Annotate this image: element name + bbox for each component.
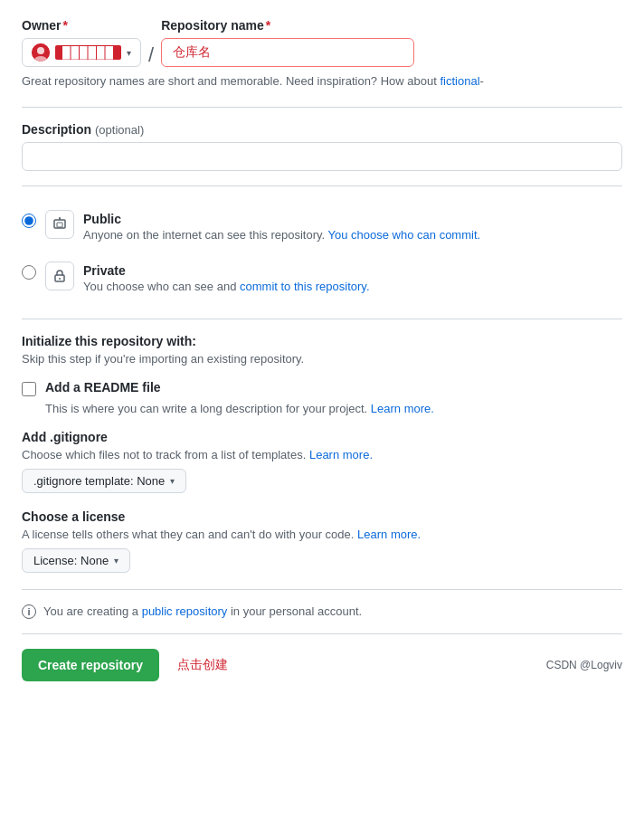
gitignore-desc: Choose which files not to track from a l… bbox=[22, 448, 622, 461]
footer-section: Create repository 点击创建 CSDN @Logviv bbox=[22, 633, 622, 681]
description-input[interactable] bbox=[22, 142, 622, 171]
license-dropdown[interactable]: License: None ▾ bbox=[22, 548, 130, 573]
private-desc: You choose who can see and commit to thi… bbox=[83, 280, 370, 293]
license-chevron-icon: ▾ bbox=[114, 556, 118, 566]
initialize-subtitle: Skip this step if you're importing an ex… bbox=[22, 352, 622, 366]
readme-learn-more-link[interactable]: Learn more. bbox=[371, 402, 434, 415]
public-text-block: Public Anyone on the internet can see th… bbox=[83, 212, 480, 242]
readme-checkbox[interactable] bbox=[22, 382, 36, 396]
info-icon: i bbox=[22, 604, 36, 619]
divider-2 bbox=[22, 185, 622, 186]
svg-point-6 bbox=[59, 217, 61, 219]
public-commit-link[interactable]: You choose who can commit. bbox=[328, 228, 481, 242]
license-title: Choose a license bbox=[22, 509, 622, 524]
notice-text: You are creating a public repository in … bbox=[43, 604, 362, 618]
suggestion-link[interactable]: fictional bbox=[440, 74, 479, 88]
license-learn-more-link[interactable]: Learn more. bbox=[357, 528, 421, 541]
owner-name: ██████ bbox=[55, 45, 121, 60]
public-icon bbox=[45, 210, 74, 239]
license-desc: A license tells others what they can and… bbox=[22, 528, 622, 541]
owner-label: Owner* bbox=[22, 18, 141, 33]
readme-desc: This is where you can write a long descr… bbox=[45, 402, 622, 415]
create-repository-button[interactable]: Create repository bbox=[22, 649, 159, 681]
svg-point-8 bbox=[59, 278, 61, 280]
gitignore-learn-more-link[interactable]: Learn more. bbox=[309, 448, 373, 461]
initialize-title: Initialize this repository with: bbox=[22, 334, 622, 348]
private-commit-link[interactable]: commit to this repository. bbox=[240, 280, 370, 293]
private-title: Private bbox=[83, 263, 370, 278]
readme-row: Add a README file bbox=[22, 380, 622, 396]
owner-dropdown[interactable]: ██████ ▾ bbox=[22, 38, 141, 67]
chevron-down-icon: ▾ bbox=[127, 48, 131, 58]
divider-3 bbox=[22, 319, 622, 319]
svg-point-1 bbox=[37, 47, 44, 54]
gitignore-chevron-icon: ▾ bbox=[170, 476, 175, 486]
public-radio[interactable] bbox=[22, 214, 36, 228]
path-slash: / bbox=[148, 43, 154, 67]
notice-public-link[interactable]: public repository bbox=[142, 604, 228, 618]
repo-name-input[interactable] bbox=[161, 38, 414, 67]
svg-rect-4 bbox=[57, 223, 62, 227]
avatar bbox=[32, 43, 50, 62]
private-radio[interactable] bbox=[22, 265, 36, 280]
repo-suggestion: Great repository names are short and mem… bbox=[22, 72, 622, 90]
private-text-block: Private You choose who can see and commi… bbox=[83, 263, 370, 293]
repo-name-label: Repository name* bbox=[161, 18, 414, 33]
public-title: Public bbox=[83, 212, 480, 226]
click-create-label: 点击创建 bbox=[177, 657, 228, 673]
public-desc: Anyone on the internet can see this repo… bbox=[83, 228, 480, 242]
gitignore-dropdown-label: .gitignore template: None bbox=[33, 474, 165, 488]
readme-label: Add a README file bbox=[45, 380, 161, 395]
license-dropdown-label: License: None bbox=[33, 554, 109, 567]
visibility-public-option: Public Anyone on the internet can see th… bbox=[22, 201, 622, 252]
gitignore-dropdown[interactable]: .gitignore template: None ▾ bbox=[22, 469, 186, 493]
gitignore-title: Add .gitignore bbox=[22, 430, 622, 444]
private-icon bbox=[45, 262, 74, 290]
visibility-private-option: Private You choose who can see and commi… bbox=[22, 252, 622, 304]
description-label: Description(optional) bbox=[22, 122, 622, 137]
csdn-branding: CSDN @Logviv bbox=[546, 659, 622, 671]
divider-1 bbox=[22, 107, 622, 108]
notice-section: i You are creating a public repository i… bbox=[22, 589, 622, 633]
